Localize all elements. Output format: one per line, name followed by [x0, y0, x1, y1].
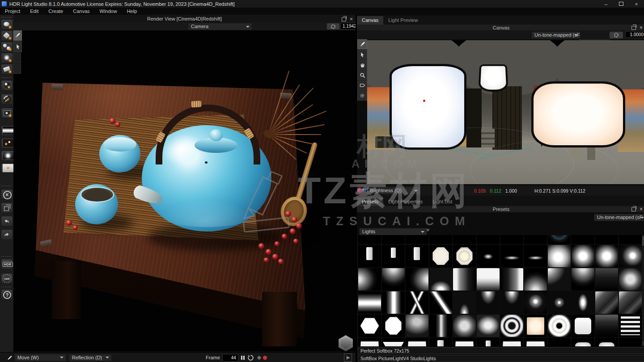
preset-thumbnail-softbox[interactable]	[453, 338, 476, 346]
preset-thumbnail-soft-sq[interactable]	[619, 268, 642, 290]
preset-thumbnail-grad-dark[interactable]	[595, 268, 618, 290]
preset-thumbnail-beam-diag[interactable]	[429, 291, 452, 314]
hdr-export-button[interactable]: HDR	[1, 259, 13, 269]
render-viewport[interactable]	[13, 30, 356, 351]
light-preview-gradient-button[interactable]	[1, 126, 13, 135]
preset-thumbnail-dome[interactable]	[619, 338, 642, 346]
preset-thumbnail-oct-ring[interactable]	[453, 245, 476, 267]
preset-thumbnail-swoosh[interactable]	[619, 291, 642, 314]
preset-thumbnail-round-soft[interactable]	[572, 338, 594, 346]
menu-help[interactable]: Help	[122, 8, 142, 14]
preset-thumbnail-beam-edge-l[interactable]	[453, 268, 476, 290]
preset-thumbnail-grad-t[interactable]	[382, 268, 405, 290]
tool-soft-light-button[interactable]	[1, 53, 13, 63]
preset-thumbnail-ring-dark[interactable]	[548, 235, 571, 244]
preset-thumbnail-spot-up[interactable]	[453, 291, 476, 314]
maximize-button[interactable]	[614, 0, 629, 8]
tool-panel-light-button[interactable]	[1, 64, 13, 75]
preset-thumbnail-softbox[interactable]	[406, 338, 428, 346]
float-panel-icon[interactable]	[342, 17, 346, 21]
favorite-heart-icon[interactable]: ♥	[426, 227, 430, 233]
camera-select[interactable]: Camera	[188, 23, 252, 30]
preset-thumbnail-grad-r[interactable]	[406, 268, 428, 290]
preset-thumbnail-dot-br[interactable]	[619, 245, 642, 267]
canvas-tonemap-select[interactable]: Un-tone-mapped (sF	[531, 31, 580, 39]
preset-grid-scrollbar[interactable]	[642, 235, 644, 346]
presets-tonemap-select[interactable]: Un-tone-mapped (sF	[594, 214, 644, 221]
preset-thumbnail-barv-s[interactable]	[382, 245, 405, 267]
canvas-tag-button[interactable]	[357, 80, 367, 90]
float-panel-icon[interactable]	[631, 207, 636, 211]
preset-thumbnail-dot[interactable]	[524, 291, 547, 314]
canvas-brush-button[interactable]	[357, 39, 367, 49]
preset-thumbnail-glow-ball[interactable]	[572, 245, 594, 267]
selected-light-handle[interactable]	[423, 100, 425, 102]
preset-thumbnail-ring-donut[interactable]	[548, 315, 571, 337]
preset-thumbnail-softbox[interactable]	[500, 338, 523, 346]
preset-thumbnail-barv-m[interactable]	[429, 338, 452, 346]
delete-light-button[interactable]	[1, 189, 13, 200]
preset-thumbnail-fan[interactable]	[382, 235, 405, 244]
preset-thumbnail-sq-m[interactable]	[595, 235, 618, 244]
preset-thumbnail-barv-m[interactable]	[358, 245, 381, 267]
preset-thumbnail-grad-soft[interactable]	[406, 315, 428, 337]
preset-thumbnail-dot-s[interactable]	[548, 291, 571, 314]
preset-thumbnail-ellipse-v[interactable]	[572, 291, 594, 314]
preset-thumbnail-fan[interactable]	[358, 235, 381, 244]
undo-button[interactable]	[1, 216, 13, 227]
frame-input[interactable]	[222, 354, 238, 362]
preset-thumbnail-dome[interactable]	[548, 338, 571, 346]
canvas-color-wheel-button[interactable]	[609, 31, 623, 39]
preset-thumbnail-hex[interactable]	[358, 315, 381, 337]
paint-brush-tool-button[interactable]	[13, 30, 22, 41]
preset-thumbnail-ring-c[interactable]	[500, 315, 523, 337]
preset-thumbnail-barv-s[interactable]	[429, 235, 452, 244]
loop-button[interactable]	[247, 354, 254, 361]
preset-thumbnail-barh[interactable]	[477, 235, 500, 244]
preset-thumbnail-barv-m[interactable]	[406, 245, 428, 267]
preset-thumbnail-beam-edge-r[interactable]	[500, 268, 523, 290]
toolbar-drag-handle[interactable]	[1, 17, 11, 18]
placement-mode-select[interactable]: Reflection (D)	[69, 354, 112, 362]
tool-dual-light-button[interactable]	[1, 42, 13, 52]
preset-thumbnail-grad-l[interactable]	[358, 268, 381, 290]
tab-light-list[interactable]: Light List	[428, 198, 457, 206]
preset-thumbnail-stripes[interactable]	[619, 315, 642, 337]
menu-edit[interactable]: Edit	[25, 8, 43, 14]
preset-thumbnail-beam-v[interactable]	[382, 291, 405, 314]
preset-thumbnail-barh[interactable]	[524, 235, 547, 244]
tab-light-preview[interactable]: Light Preview	[383, 16, 423, 25]
preset-thumbnail-oct-cream[interactable]	[429, 245, 452, 267]
canvas-zoom-button[interactable]	[357, 70, 367, 80]
preset-thumbnail-beam-vee[interactable]	[406, 291, 428, 314]
preset-thumbnail-sq-s[interactable]	[500, 235, 523, 244]
preset-thumbnail-softbox[interactable]	[358, 338, 381, 346]
preset-thumbnail-glow-ball[interactable]	[595, 245, 618, 267]
menu-project[interactable]: Project	[0, 8, 25, 14]
scrollbar-arrow[interactable]	[642, 341, 644, 345]
close-button[interactable]: ×	[629, 0, 644, 8]
help-button[interactable]: ?	[1, 289, 13, 300]
light-preview-flat-button[interactable]	[1, 163, 13, 173]
preset-thumbnail-round-sq[interactable]	[572, 315, 594, 337]
preset-thumbnail-oct[interactable]	[382, 315, 405, 337]
preset-thumbnail-trap[interactable]	[382, 338, 405, 346]
close-panel-icon[interactable]: ×	[640, 25, 643, 30]
tool-rect-light-button[interactable]	[1, 30, 13, 41]
menu-window[interactable]: Window	[95, 8, 122, 14]
preset-thumbnail-grad-corner[interactable]	[548, 268, 571, 290]
menu-create[interactable]: Create	[43, 8, 68, 14]
preset-thumbnail-softbox[interactable]	[524, 338, 547, 346]
preset-thumbnail-round-soft[interactable]	[595, 338, 618, 346]
preset-thumbnail-swoosh[interactable]	[595, 291, 618, 314]
preset-thumbnail-glow-tiny[interactable]	[477, 245, 500, 267]
preset-thumbnail-grad-dark-b[interactable]	[595, 315, 618, 337]
canvas-select-button[interactable]	[357, 50, 367, 59]
preset-thumbnail-trap[interactable]	[406, 235, 428, 244]
paint-mode-select[interactable]: Brightness (Q)	[367, 187, 420, 194]
pause-button[interactable]	[241, 356, 245, 360]
preset-thumbnail-spot-cone[interactable]	[500, 291, 523, 314]
preset-thumbnail-barh[interactable]	[453, 235, 476, 244]
preset-thumbnail-barv-s[interactable]	[477, 338, 500, 346]
preset-thumbnail-beam-h[interactable]	[358, 291, 381, 314]
